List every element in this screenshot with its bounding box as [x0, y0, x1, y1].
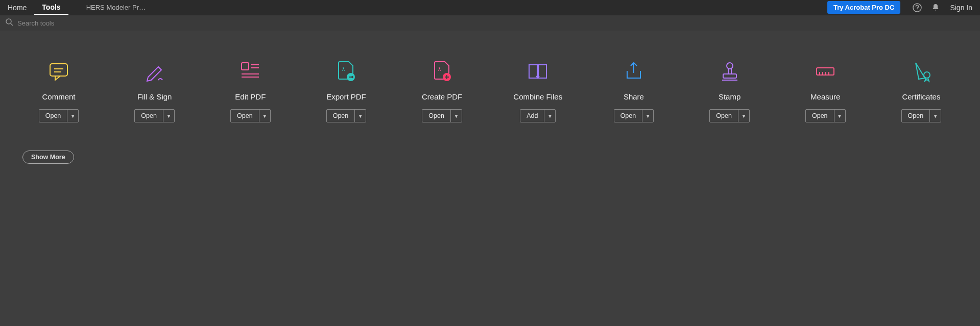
svg-line-3 [11, 23, 13, 26]
certificates-icon [909, 59, 934, 84]
chevron-down-icon[interactable]: ▼ [163, 110, 174, 122]
tool-card-combine-files: Combine Files Add ▼ [499, 59, 576, 122]
chevron-down-icon[interactable]: ▼ [544, 110, 555, 122]
tool-label: Create PDF [422, 92, 462, 101]
tool-action-main[interactable]: Open [422, 110, 450, 122]
tool-card-certificates: Certificates Open ▼ [883, 59, 960, 122]
search-bar [0, 15, 980, 31]
show-more-button[interactable]: Show More [22, 151, 74, 164]
tool-card-stamp: Stamp Open ▼ [691, 59, 768, 122]
tool-action-main[interactable]: Open [327, 110, 355, 122]
tool-label: Share [624, 92, 644, 101]
measure-icon [812, 59, 838, 84]
tool-action-create-pdf[interactable]: Open ▼ [422, 109, 462, 122]
tool-action-main[interactable]: Add [520, 110, 544, 122]
tool-label: Fill & Sign [137, 92, 172, 101]
tool-action-main[interactable]: Open [614, 110, 642, 122]
export-pdf-icon: λ [333, 59, 359, 84]
tool-action-edit-pdf[interactable]: Open ▼ [230, 109, 271, 122]
tool-action-export-pdf[interactable]: Open ▼ [326, 109, 367, 122]
chevron-down-icon[interactable]: ▼ [642, 110, 653, 122]
svg-rect-17 [723, 74, 736, 78]
top-bar: Home Tools HERS Modeler Pr… Try Acrobat … [0, 0, 980, 15]
tools-grid: Comment Open ▼ Fill & Sign Open ▼ E [0, 59, 980, 122]
tool-label: Edit PDF [235, 92, 266, 101]
tool-action-measure[interactable]: Open ▼ [805, 109, 846, 122]
tool-action-stamp[interactable]: Open ▼ [709, 109, 750, 122]
svg-text:λ: λ [342, 66, 345, 72]
svg-point-2 [6, 19, 11, 24]
svg-point-24 [924, 72, 930, 78]
chevron-down-icon[interactable]: ▼ [354, 110, 366, 122]
tool-action-share[interactable]: Open ▼ [614, 109, 654, 122]
chevron-down-icon[interactable]: ▼ [450, 110, 462, 122]
tool-action-combine-files[interactable]: Add ▼ [520, 109, 556, 122]
search-icon [5, 18, 13, 28]
tool-card-share: Share Open ▼ [595, 59, 672, 122]
tool-card-measure: Measure Open ▼ [787, 59, 864, 122]
comment-icon [46, 59, 71, 84]
edit-pdf-icon [237, 59, 263, 84]
tool-card-fill-sign: Fill & Sign Open ▼ [116, 59, 193, 122]
svg-point-1 [917, 9, 918, 10]
tool-action-comment[interactable]: Open ▼ [39, 109, 79, 122]
share-icon [621, 59, 647, 84]
chevron-down-icon[interactable]: ▼ [834, 110, 845, 122]
tool-label: Stamp [719, 92, 740, 101]
tool-card-edit-pdf: Edit PDF Open ▼ [212, 59, 289, 122]
bell-icon[interactable] [930, 3, 941, 13]
sign-in-link[interactable]: Sign In [950, 4, 972, 12]
search-input[interactable] [17, 19, 171, 27]
tool-action-fill-sign[interactable]: Open ▼ [134, 109, 175, 122]
tool-card-comment: Comment Open ▼ [20, 59, 97, 122]
tool-action-main[interactable]: Open [135, 110, 163, 122]
svg-point-16 [727, 63, 733, 69]
chevron-down-icon[interactable]: ▼ [259, 110, 270, 122]
tool-label: Combine Files [513, 92, 562, 101]
tool-label: Certificates [902, 92, 940, 101]
tool-action-main[interactable]: Open [39, 110, 67, 122]
svg-rect-7 [242, 63, 249, 70]
chevron-down-icon[interactable]: ▼ [929, 110, 941, 122]
tool-action-main[interactable]: Open [231, 110, 259, 122]
try-acrobat-button[interactable]: Try Acrobat Pro DC [827, 1, 900, 14]
svg-rect-4 [50, 64, 67, 76]
tool-label: Measure [810, 92, 840, 101]
tool-action-certificates[interactable]: Open ▼ [901, 109, 942, 122]
tool-card-create-pdf: λ Create PDF Open ▼ [404, 59, 481, 122]
document-tab[interactable]: HERS Modeler Pr… [79, 0, 153, 15]
fill-sign-icon [142, 59, 168, 84]
chevron-down-icon[interactable]: ▼ [67, 110, 78, 122]
chevron-down-icon[interactable]: ▼ [738, 110, 749, 122]
tool-label: Export PDF [326, 92, 366, 101]
tool-action-main[interactable]: Open [902, 110, 930, 122]
tool-card-export-pdf: λ Export PDF Open ▼ [308, 59, 385, 122]
help-icon[interactable] [912, 3, 922, 13]
tool-label: Comment [42, 92, 75, 101]
create-pdf-icon: λ [429, 59, 455, 84]
combine-files-icon [525, 59, 551, 84]
svg-text:λ: λ [438, 66, 441, 72]
tool-action-main[interactable]: Open [710, 110, 738, 122]
nav-tab-home[interactable]: Home [0, 0, 34, 15]
stamp-icon [717, 59, 743, 84]
nav-tab-tools[interactable]: Tools [34, 0, 68, 15]
tool-action-main[interactable]: Open [806, 110, 834, 122]
